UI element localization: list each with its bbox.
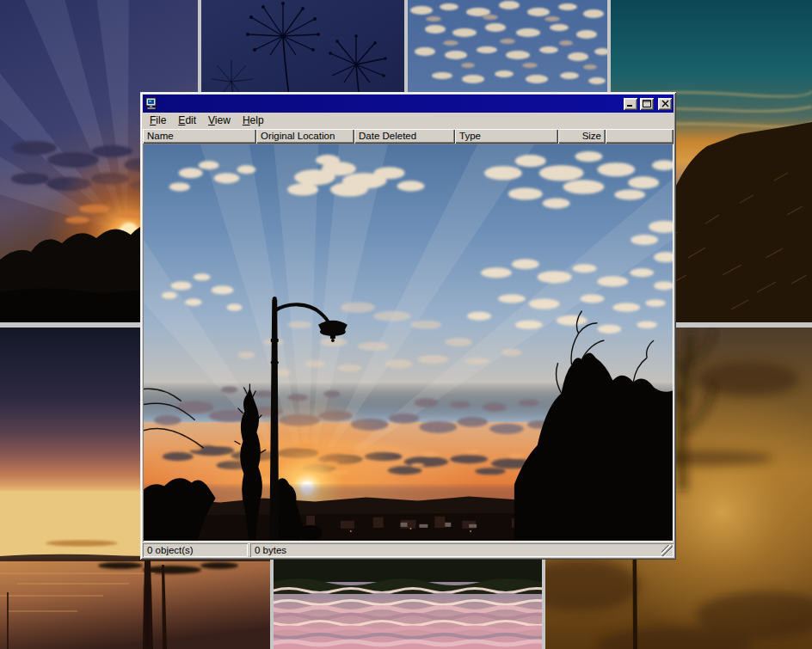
close-icon [661, 100, 669, 107]
recycle-bin-window[interactable]: FileEditViewHelp NameOriginal LocationDa… [140, 92, 676, 560]
minimize-button[interactable] [624, 98, 637, 110]
status-size: 0 bytes [250, 543, 674, 557]
resize-grip[interactable] [661, 545, 673, 556]
maximize-button[interactable] [640, 98, 654, 110]
column-header-type[interactable]: Type [455, 129, 558, 144]
close-button[interactable] [658, 98, 672, 110]
minimize-icon [626, 100, 635, 107]
photo-sunset-lamp-post-cypress [144, 144, 673, 541]
list-view-area[interactable] [143, 144, 674, 542]
menu-edit[interactable]: Edit [172, 113, 202, 129]
column-header-name[interactable]: Name [143, 129, 256, 144]
column-header-original-location[interactable]: Original Location [256, 129, 354, 144]
desktop: { "window": { "title": "", "app_icon": "… [0, 0, 812, 649]
column-header-row: NameOriginal LocationDate DeletedTypeSiz… [143, 129, 674, 144]
title-bar[interactable] [143, 95, 674, 113]
column-header-blank[interactable] [606, 129, 674, 144]
menu-view[interactable]: View [202, 113, 237, 129]
menu-help[interactable]: Help [237, 113, 270, 129]
status-bar: 0 object(s) 0 bytes [143, 542, 674, 557]
computer-icon [145, 97, 158, 110]
column-header-size[interactable]: Size [558, 129, 606, 144]
maximize-icon [643, 100, 651, 107]
menu-bar: FileEditViewHelp [143, 113, 674, 129]
status-object-count: 0 object(s) [143, 543, 248, 557]
menu-file[interactable]: File [144, 113, 172, 129]
column-header-date-deleted[interactable]: Date Deleted [354, 129, 455, 144]
